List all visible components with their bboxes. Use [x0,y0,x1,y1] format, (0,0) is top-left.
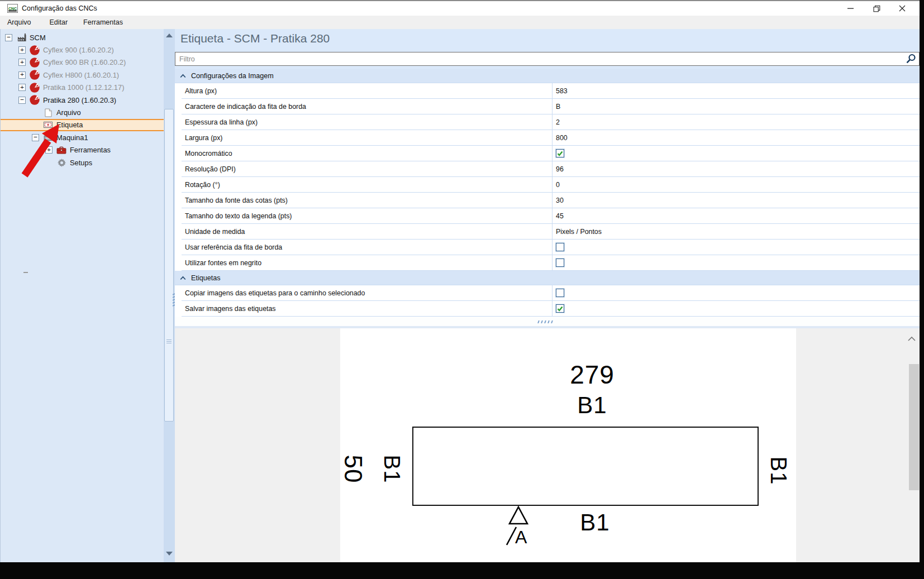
tree-item-pratika-1000-1-12-12-17[interactable]: +Pratika 1000 (1.12.12.17) [1,82,164,94]
tree-item-label: Pratika 280 (1.60.20.3) [43,96,116,104]
section-title: Configurações da Imagem [191,72,274,80]
property-row-espessura-da-linha-px[interactable]: Espessura da linha (px)2 [182,114,920,130]
app-icon: CNC [7,4,18,13]
property-row-altura-px[interactable]: Altura (px)583 [182,83,920,99]
menu-ferramentas[interactable]: Ferramentas [79,17,127,28]
property-row-copiar-imagens-das-etiquetas-para-o-caminho-selecionado[interactable]: Copiar imagens das etiquetas para o cami… [182,285,920,301]
machine-tree: −SCM+Cyflex 900 (1.60.20.2)+Cyflex 900 B… [0,29,164,562]
checkbox-unchecked-icon[interactable] [556,289,564,297]
document-icon [42,108,54,118]
property-row-caractere-de-indica-o-da-fita-de-borda[interactable]: Caractere de indicação da fita de bordaB [182,99,920,114]
expand-plus-icon[interactable]: + [18,71,26,79]
section-title: Etiquetas [191,274,221,282]
property-value[interactable] [552,146,920,161]
tree-item-pratika-280-1-60-20-3[interactable]: −Pratika 280 (1.60.20.3) [1,94,164,106]
machine-logo-icon [29,83,40,93]
property-value[interactable]: 45 [552,208,920,223]
machine-logo-icon [29,45,40,55]
filter-box [175,52,920,66]
property-name: Salvar imagens das etiquetas [182,301,552,316]
menu-bar: Arquivo Editar Ferramentas [0,16,920,29]
property-value[interactable]: 96 [552,161,920,176]
collapse-chevron-icon[interactable] [180,72,191,80]
tree-item-cyflex-h800-1-60-20-1[interactable]: +Cyflex H800 (1.60.20.1) [1,69,164,81]
tree-item-cyflex-900-br-1-60-20-2[interactable]: +Cyflex 900 BR (1.60.20.2) [1,56,164,69]
close-button[interactable] [889,1,915,16]
desktop-background-bottom [0,562,924,579]
edge-label-right: B1 [766,457,791,485]
property-row-tamanho-da-fonte-das-cotas-pts[interactable]: Tamanho da fonte das cotas (pts)30 [182,193,920,208]
expand-plus-icon[interactable]: + [18,59,26,66]
property-row-resolu-o-dpi[interactable]: Resolução (DPI)96 [182,161,920,177]
checkbox-checked-icon[interactable] [556,149,564,157]
property-value[interactable] [552,240,920,255]
close-icon [899,5,906,12]
collapse-minus-icon[interactable]: − [18,97,26,104]
preview-scrollbar-thumb[interactable] [909,364,919,490]
dimension-top: 279 [570,360,615,390]
menu-arquivo[interactable]: Arquivo [3,17,35,28]
edge-label-bottom: B1 [580,509,609,536]
window-title: Configuração das CNCs [22,4,97,12]
property-value[interactable] [552,301,920,316]
preview-scroll-up-icon[interactable] [907,336,916,342]
expand-plus-icon[interactable]: + [18,46,26,54]
tree-item-scm[interactable]: −SCM [1,31,164,44]
property-value[interactable] [552,285,920,300]
label-preview-pane: 279 B1 50 B1 B1 A B1 [175,328,920,562]
property-value[interactable]: B [552,99,920,114]
tree-item-label: Ferramentas [70,146,111,154]
artifact-mark [23,272,28,273]
tree-scrollbar-thumb[interactable] [164,109,174,422]
property-row-unidade-de-medida[interactable]: Unidade de medidaPixels / Pontos [182,224,920,240]
tree-item-arquivo[interactable]: Arquivo [1,106,164,118]
section-header-etiquetas[interactable]: Etiquetas [175,271,920,285]
menu-editar[interactable]: Editar [45,17,72,28]
checkbox-unchecked-icon[interactable] [556,243,564,251]
property-row-salvar-imagens-das-etiquetas[interactable]: Salvar imagens das etiquetas [182,301,920,317]
property-value[interactable]: 583 [552,83,920,98]
property-value[interactable]: 30 [552,193,920,208]
section-header-configura-es-da-imagem[interactable]: Configurações da Imagem [175,69,920,83]
property-value[interactable] [552,255,920,270]
checkbox-unchecked-icon[interactable] [556,259,564,267]
property-row-largura-px[interactable]: Largura (px)800 [182,130,920,146]
tree-item-label: Cyflex 900 (1.60.20.2) [43,46,114,54]
property-name: Caractere de indicação da fita de borda [182,99,552,114]
tree-item-label: Pratika 1000 (1.12.12.17) [43,83,124,92]
horizontal-splitter[interactable] [175,317,920,328]
property-value[interactable]: 2 [552,114,920,130]
restore-button[interactable] [864,1,889,16]
vertical-splitter-grip-icon[interactable] [173,292,175,308]
tree-item-label: Cyflex 900 BR (1.60.20.2) [43,58,126,66]
minimize-button[interactable] [838,1,864,16]
property-value[interactable]: 800 [552,130,920,145]
property-name: Monocromático [182,146,552,161]
property-name: Largura (px) [182,130,552,145]
checkbox-checked-icon[interactable] [556,304,564,313]
property-row-tamanho-do-texto-da-legenda-pts[interactable]: Tamanho do texto da legenda (pts)45 [182,208,920,224]
label-preview-image: 279 B1 50 B1 B1 A B1 [340,328,796,562]
tree-item-label: Arquivo [56,108,81,117]
panel-outline-rect [412,427,759,506]
tree-item-label: Setups [70,159,92,167]
property-value[interactable]: Pixels / Pontos [552,224,920,239]
scroll-down-icon[interactable] [166,552,173,556]
property-name: Utilizar fontes em negrito [182,255,552,270]
restore-icon [873,5,880,12]
page-title: Etiqueta - SCM - Pratika 280 [180,32,330,45]
property-row-rota-o[interactable]: Rotação (°)0 [182,177,920,193]
property-value[interactable]: 0 [552,177,920,192]
property-row-usar-refer-ncia-da-fita-de-borda[interactable]: Usar referência da fita de borda [182,240,920,255]
collapse-minus-icon[interactable]: − [5,34,12,41]
scroll-up-icon[interactable] [166,34,173,37]
splitter-grip-icon [537,320,554,323]
property-name: Rotação (°) [182,177,552,192]
property-row-utilizar-fontes-em-negrito[interactable]: Utilizar fontes em negrito [182,255,920,271]
collapse-chevron-icon[interactable] [180,274,191,282]
filter-input[interactable] [178,54,899,64]
tree-item-cyflex-900-1-60-20-2[interactable]: +Cyflex 900 (1.60.20.2) [1,44,164,56]
minimize-icon [847,5,854,12]
property-row-monocrom-tico[interactable]: Monocromático [182,146,920,161]
expand-plus-icon[interactable]: + [18,84,26,91]
